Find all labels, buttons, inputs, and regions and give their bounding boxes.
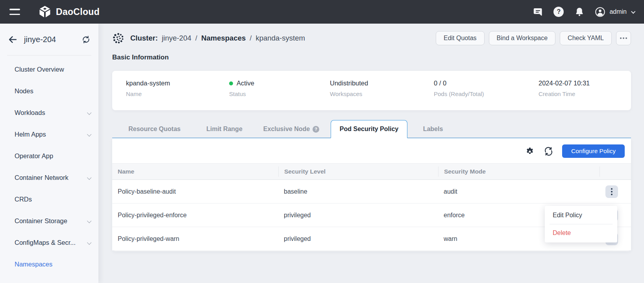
user-menu[interactable]: admin bbox=[595, 7, 635, 17]
edit-policy-menu-item[interactable]: Edit Policy bbox=[545, 207, 617, 224]
table-header: Name Security Level Security Mode bbox=[112, 163, 631, 180]
breadcrumb: Cluster: jinye-204 / Namespaces / kpanda… bbox=[130, 34, 305, 43]
breadcrumb-current: kpanda-system bbox=[255, 34, 305, 43]
tab-limit-range[interactable]: Limit Range bbox=[197, 120, 252, 138]
brand: DaoCloud bbox=[38, 5, 100, 18]
delete-menu-item[interactable]: Delete bbox=[545, 224, 617, 242]
info-field-workspaces: Undistributed Workspaces bbox=[330, 80, 368, 97]
avatar-icon bbox=[595, 7, 605, 17]
cluster-name: jinye-204 bbox=[24, 35, 56, 44]
tab-pod-security-policy[interactable]: Pod Security Policy bbox=[331, 120, 407, 138]
sidebar-item-workloads[interactable]: Workloads bbox=[0, 102, 98, 124]
sidebar-item-configmaps-secrets[interactable]: ConfigMaps & Secr... bbox=[0, 232, 98, 253]
chevron-down-icon bbox=[87, 110, 91, 115]
tab-exclusive-node[interactable]: Exclusive Node? bbox=[252, 120, 331, 138]
row-actions-kebab-icon[interactable] bbox=[605, 185, 618, 198]
column-header-actions bbox=[600, 166, 631, 177]
check-yaml-button[interactable]: Check YAML bbox=[560, 31, 612, 45]
bind-workspace-button[interactable]: Bind a Workspace bbox=[489, 31, 556, 45]
tab-labels[interactable]: Labels bbox=[407, 120, 459, 138]
top-bar: DaoCloud ? bbox=[0, 0, 644, 24]
sidebar-divider bbox=[7, 55, 91, 55]
sidebar-item-crds[interactable]: CRDs bbox=[0, 189, 98, 210]
configure-policy-button[interactable]: Configure Policy bbox=[562, 144, 625, 158]
main-content: Cluster: jinye-204 / Namespaces / kpanda… bbox=[98, 24, 644, 283]
tab-bar: Resource Quotas Limit Range Exclusive No… bbox=[112, 120, 631, 138]
chevron-down-icon bbox=[87, 175, 91, 179]
chevron-down-icon bbox=[87, 132, 91, 136]
sidebar-header: jinye-204 bbox=[0, 24, 98, 55]
chevron-down-icon bbox=[87, 218, 91, 223]
status-dot-icon bbox=[229, 81, 233, 85]
messages-icon[interactable] bbox=[533, 7, 543, 17]
sidebar-item-cluster-overview[interactable]: Cluster Overview bbox=[0, 59, 98, 80]
tab-resource-quotas[interactable]: Resource Quotas bbox=[112, 120, 197, 138]
cluster-dots-icon bbox=[112, 32, 124, 44]
info-field-pods: 0 / 0 Pods (Ready/Total) bbox=[434, 80, 484, 97]
back-arrow-icon[interactable] bbox=[8, 35, 18, 44]
sidebar-menu: Cluster Overview Nodes Workloads Helm Ap… bbox=[0, 59, 98, 275]
more-actions-button[interactable] bbox=[616, 31, 631, 45]
sidebar-item-namespaces[interactable]: Namespaces bbox=[0, 253, 98, 275]
breadcrumb-row: Cluster: jinye-204 / Namespaces / kpanda… bbox=[112, 31, 631, 46]
sidebar-item-helm-apps[interactable]: Helm Apps bbox=[0, 124, 98, 145]
breadcrumb-cluster[interactable]: jinye-204 bbox=[162, 34, 191, 43]
basic-information-title: Basic Information bbox=[112, 54, 169, 61]
basic-information-card: kpanda-system Name Active Status Undistr… bbox=[112, 71, 631, 110]
table-row[interactable]: Policy-baseline-audit baseline audit bbox=[112, 180, 631, 203]
info-field-creation-time: 2024-02-07 10:31 Creation Time bbox=[539, 80, 590, 97]
breadcrumb-section[interactable]: Namespaces bbox=[201, 34, 246, 43]
chevron-down-icon bbox=[631, 9, 635, 14]
row-context-menu: Edit Policy Delete bbox=[545, 206, 617, 242]
column-header-name: Name bbox=[112, 166, 278, 177]
settings-gear-icon[interactable] bbox=[524, 145, 536, 157]
column-header-security-level: Security Level bbox=[278, 166, 438, 177]
switch-cluster-icon[interactable] bbox=[81, 35, 91, 44]
brand-name: DaoCloud bbox=[56, 7, 100, 17]
breadcrumb-prefix: Cluster: bbox=[130, 34, 158, 43]
sidebar-item-operator-app[interactable]: Operator App bbox=[0, 145, 98, 167]
column-header-security-mode: Security Mode bbox=[438, 166, 600, 177]
menu-toggle-icon[interactable] bbox=[9, 9, 20, 15]
topbar-actions: ? admin bbox=[533, 7, 635, 17]
edit-quotas-button[interactable]: Edit Quotas bbox=[436, 31, 485, 45]
breadcrumb-separator: / bbox=[195, 34, 197, 43]
info-field-name: kpanda-system Name bbox=[126, 80, 170, 97]
help-icon[interactable]: ? bbox=[553, 7, 564, 17]
daocloud-logo-icon bbox=[38, 5, 52, 18]
page: DaoCloud ? bbox=[0, 0, 644, 283]
page-actions: Edit Quotas Bind a Workspace Check YAML bbox=[436, 31, 631, 45]
sidebar-item-container-network[interactable]: Container Network bbox=[0, 167, 98, 189]
chevron-down-icon bbox=[87, 240, 91, 244]
breadcrumb-separator: / bbox=[250, 34, 252, 43]
sidebar-item-nodes[interactable]: Nodes bbox=[0, 80, 98, 102]
user-name: admin bbox=[609, 8, 627, 15]
refresh-icon[interactable] bbox=[542, 145, 554, 157]
info-field-status: Active Status bbox=[229, 80, 254, 97]
notifications-bell-icon[interactable] bbox=[574, 7, 585, 17]
help-icon[interactable]: ? bbox=[313, 126, 319, 133]
sidebar: jinye-204 Cluster Overview Nodes Workloa… bbox=[0, 24, 98, 283]
sidebar-item-container-storage[interactable]: Container Storage bbox=[0, 210, 98, 232]
